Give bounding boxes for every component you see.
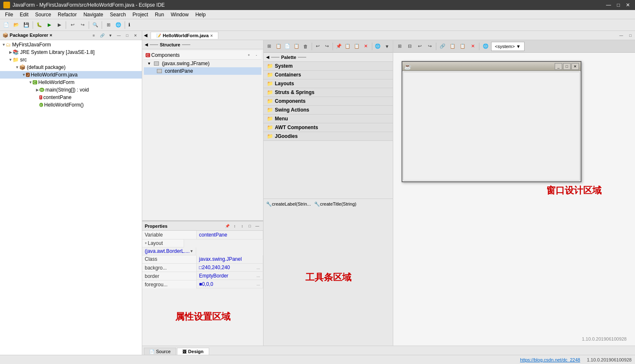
prop-dots-border[interactable]: ... [256, 273, 260, 278]
prop-min[interactable]: — [254, 223, 261, 229]
tree-item-javafile[interactable]: ▼ J HelloWorldForm.java [0, 71, 142, 79]
tab-source[interactable]: 📄 Source [144, 348, 176, 355]
toolbar-back[interactable]: ↩ [68, 20, 77, 30]
tab-design[interactable]: 🖼 Design [177, 348, 209, 355]
design-tb-7[interactable]: 📋 [458, 42, 467, 51]
pe-maximize[interactable]: □ [123, 32, 131, 39]
prop-val-variable[interactable]: contentPane [196, 231, 263, 239]
menu-help[interactable]: Help [192, 11, 209, 18]
chevron-javafile[interactable]: ▼ [22, 73, 26, 77]
tree-item-default-pkg[interactable]: ▼ 📦 (default package) [0, 64, 142, 71]
chevron-src[interactable]: ▼ [8, 58, 13, 62]
menu-source[interactable]: Source [32, 11, 54, 18]
palette-tb-dd[interactable]: ▼ [383, 42, 391, 51]
chevron-default-pkg[interactable]: ▼ [15, 65, 19, 69]
palette-tb-3[interactable]: 📄 [283, 42, 292, 51]
tree-item-main[interactable]: ▶ m main(String[]) : void [0, 86, 142, 94]
palette-group-components[interactable]: 📁 Components [264, 97, 393, 106]
toolbar-debug[interactable]: 🐛 [35, 20, 44, 30]
design-tb-6[interactable]: 📋 [448, 42, 457, 51]
tree-item-constructor[interactable]: c HelloWorldForm() [0, 101, 142, 109]
menu-edit[interactable]: Edit [16, 11, 32, 18]
design-tb-5[interactable]: 🔗 [438, 42, 447, 51]
tree-item-src[interactable]: ▼ 📁 src [0, 56, 142, 64]
prop-pin[interactable]: 📌 [224, 223, 230, 229]
palette-group-jgoodies[interactable]: 📁 JGoodies [264, 132, 393, 141]
palette-tb-pin[interactable]: 📌 [335, 42, 343, 51]
toolbar-search[interactable]: 🔍 [91, 20, 100, 30]
design-tb-del[interactable]: ✕ [468, 42, 477, 51]
menu-project[interactable]: Project [129, 11, 151, 18]
pe-minimize[interactable]: — [115, 32, 123, 39]
design-system-dropdown[interactable]: <system> ▼ [491, 42, 525, 51]
palette-group-containers[interactable]: 📁 Containers [264, 71, 393, 79]
palette-group-system[interactable]: 📁 System [264, 62, 393, 71]
struct-collapse[interactable]: - [253, 52, 260, 59]
prop-val-layout[interactable]: (java.awt.BorderL.... ▼ [142, 247, 196, 255]
window-minimize[interactable]: — [606, 2, 611, 8]
editor-tab-close[interactable]: × [210, 33, 213, 38]
design-tb-1[interactable]: ⊞ [395, 42, 404, 51]
palette-tb-globe[interactable]: 🌐 [374, 42, 382, 51]
menu-file[interactable]: File [2, 11, 16, 18]
window-close[interactable]: ✕ [626, 2, 630, 8]
toolbar-run2[interactable]: ▶ [55, 20, 64, 30]
pe-collapse-all[interactable]: ≡ [90, 32, 97, 39]
palette-tb-del[interactable]: ✕ [362, 42, 370, 51]
tree-item-jre[interactable]: ▶ 📚 JRE System Library [JavaSE-1.8] [0, 48, 142, 56]
palette-create-label[interactable]: 🔧createLabel(Strin... [266, 201, 311, 207]
design-content[interactable]: ☕ _ □ ✕ 窗口设计区域 1.10.0.201906100928 [393, 53, 635, 346]
tab-nav-left[interactable]: ◀ [142, 33, 149, 38]
toolbar-new[interactable]: 📄 [2, 20, 11, 30]
chevron-main[interactable]: ▶ [35, 88, 39, 92]
menu-run[interactable]: Run [151, 11, 167, 18]
palette-create-title[interactable]: 🔧createTitle(String) [314, 201, 356, 207]
palette-tb-undo[interactable]: ↩ [313, 42, 322, 51]
jframe-maximize[interactable]: □ [563, 63, 571, 70]
prop-dots-bg[interactable]: ... [256, 265, 260, 270]
chevron-jre[interactable]: ▶ [8, 50, 13, 54]
design-tb-globe[interactable]: 🌐 [481, 42, 490, 51]
prop-sort[interactable]: ↕ [239, 223, 246, 229]
design-tb-2[interactable]: ⊟ [405, 42, 414, 51]
jframe-minimize[interactable]: _ [555, 63, 562, 70]
pe-close[interactable]: ✕ [132, 32, 139, 39]
prop-val-background[interactable]: □240,240,240... [197, 264, 263, 272]
toolbar-save[interactable]: 💾 [22, 20, 31, 30]
palette-group-layouts[interactable]: 📁 Layouts [264, 79, 393, 88]
editor-tab-helloworld[interactable]: 📝 HelloWorldForm.java × [151, 32, 218, 39]
toolbar-forward[interactable]: ↪ [78, 20, 87, 30]
palette-group-swing-actions[interactable]: 📁 Swing Actions [264, 106, 393, 115]
pe-link[interactable]: 🔗 [98, 32, 106, 39]
jframe-close[interactable]: ✕ [571, 63, 579, 70]
palette-tb-redo[interactable]: ↪ [323, 42, 331, 51]
pe-menu[interactable]: ▼ [107, 32, 114, 39]
palette-group-awt[interactable]: 📁 AWT Components [264, 123, 393, 132]
menu-search[interactable]: Search [107, 11, 129, 18]
struct-expand[interactable]: + [246, 52, 252, 59]
chevron-jframe[interactable]: ▼ [147, 61, 151, 66]
design-tb-4[interactable]: ↪ [425, 42, 434, 51]
toolbar-perspective[interactable]: ⊞ [104, 20, 113, 30]
palette-tb-5[interactable]: 🗑 [302, 42, 310, 51]
jframe-window[interactable]: ☕ _ □ ✕ [402, 61, 581, 182]
palette-tb-2[interactable]: 📋 [274, 42, 283, 51]
window-maximize[interactable]: □ [617, 2, 620, 8]
tab-minimize[interactable]: — [617, 31, 626, 40]
palette-group-struts[interactable]: 📁 Struts & Springs [264, 88, 393, 97]
struct-item-contentpane[interactable]: contentPane [144, 67, 261, 75]
design-tb-3[interactable]: ↩ [415, 42, 424, 51]
prop-expand[interactable]: ↕ [231, 223, 238, 229]
palette-tb-1[interactable]: ⊞ [265, 42, 274, 51]
tree-item-project[interactable]: ▼ 🗂 MyFirstJavaForm [0, 41, 142, 48]
menu-navigate[interactable]: Navigate [80, 11, 106, 18]
tab-maximize[interactable]: □ [626, 31, 635, 40]
prop-val-class[interactable]: javax.swing.JPanel [196, 255, 263, 264]
palette-tb-4[interactable]: 📋 [292, 42, 301, 51]
tree-item-class[interactable]: ▼ C HelloWorldForm [0, 79, 142, 86]
menu-refactor[interactable]: Refactor [54, 11, 80, 18]
chevron-project[interactable]: ▼ [2, 43, 6, 47]
prop-val-border[interactable]: EmptyBorder... [197, 272, 263, 280]
toolbar-run[interactable]: ▶ [45, 20, 54, 30]
chevron-class[interactable]: ▼ [28, 80, 33, 84]
